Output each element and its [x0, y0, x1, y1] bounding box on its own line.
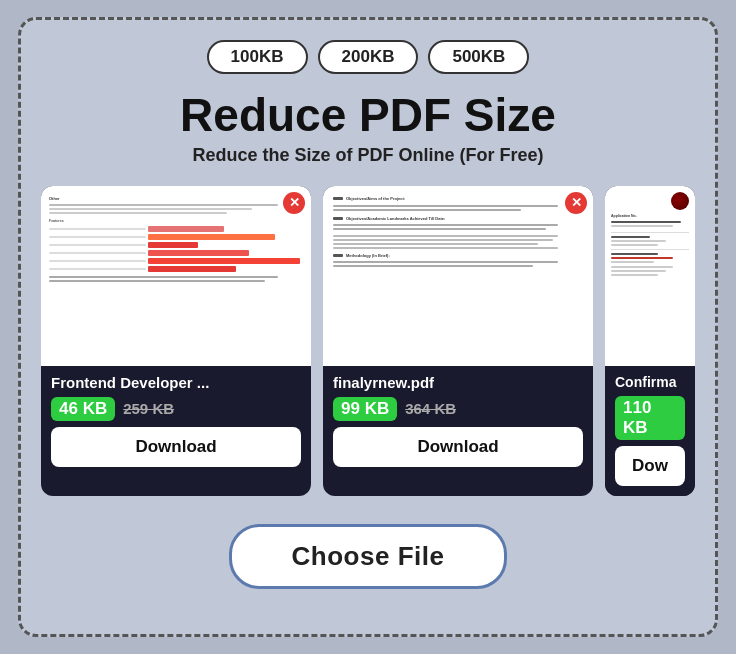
card-1-size-old: 259 KB [123, 400, 174, 417]
card-1-filename: Frontend Developer ... [51, 374, 301, 391]
card-2-close-button[interactable]: ✕ [565, 192, 587, 214]
main-title: Reduce PDF Size [180, 90, 556, 141]
subtitle: Reduce the Size of PDF Online (For Free) [192, 145, 543, 166]
card-2-size-row: 99 KB 364 KB [333, 397, 583, 421]
card-1: ✕ Other Features [41, 186, 311, 496]
card-2-info: finalyrnew.pdf 99 KB 364 KB Download [323, 366, 593, 477]
card-1-size-new: 46 KB [51, 397, 115, 421]
card-2: ✕ Objectives/Aims of the Project: Object… [323, 186, 593, 496]
card-1-info: Frontend Developer ... 46 KB 259 KB Down… [41, 366, 311, 477]
card-2-size-old: 364 KB [405, 400, 456, 417]
card-3-size-new: 110 KB [615, 396, 685, 440]
size-badge-100kb[interactable]: 100KB [207, 40, 308, 74]
size-badge-500kb[interactable]: 500KB [428, 40, 529, 74]
card-1-size-row: 46 KB 259 KB [51, 397, 301, 421]
card-3-info: Confirma 110 KB Dow [605, 366, 695, 496]
choose-file-button[interactable]: Choose File [229, 524, 508, 589]
card-3-size-row: 110 KB [615, 396, 685, 440]
card-2-size-new: 99 KB [333, 397, 397, 421]
size-badges-row: 100KB 200KB 500KB [207, 40, 530, 74]
card-2-preview: ✕ Objectives/Aims of the Project: Object… [323, 186, 593, 366]
card-1-preview: ✕ Other Features [41, 186, 311, 366]
card-2-download-button[interactable]: Download [333, 427, 583, 467]
card-1-close-button[interactable]: ✕ [283, 192, 305, 214]
card-1-download-button[interactable]: Download [51, 427, 301, 467]
cards-row: ✕ Other Features [41, 186, 695, 496]
card-3-preview: Application No. [605, 186, 695, 366]
main-container: 100KB 200KB 500KB Reduce PDF Size Reduce… [18, 17, 718, 637]
card-3: Application No. Confirma [605, 186, 695, 496]
card-2-filename: finalyrnew.pdf [333, 374, 583, 391]
card-3-filename: Confirma [615, 374, 685, 390]
size-badge-200kb[interactable]: 200KB [318, 40, 419, 74]
card-3-download-button[interactable]: Dow [615, 446, 685, 486]
